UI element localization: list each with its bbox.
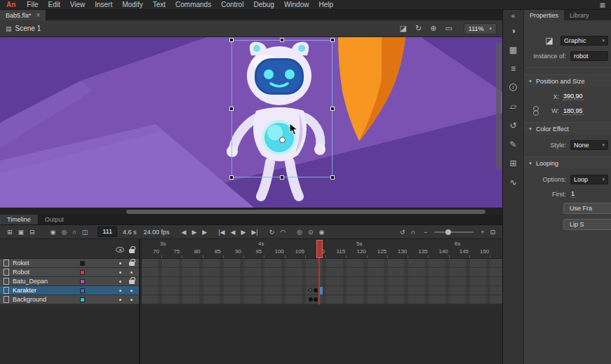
selection-handle[interactable] — [229, 38, 234, 42]
layer-visibility-dot[interactable] — [119, 262, 121, 264]
clip-content-outside-stage-icon[interactable]: ◪ — [400, 24, 407, 33]
first-frame-value[interactable]: 1 — [570, 190, 575, 198]
zoom-select[interactable]: 111% ▾ — [464, 23, 497, 34]
menu-window[interactable]: Window — [279, 0, 314, 10]
stage-horizontal-scrollbar[interactable] — [0, 208, 502, 215]
menu-debug[interactable]: Debug — [248, 0, 278, 10]
zoom-slider-knob[interactable] — [445, 229, 451, 235]
menu-help[interactable]: Help — [314, 0, 338, 10]
camera-icon[interactable]: ◉ — [48, 225, 59, 239]
scrollbar-thumb[interactable] — [126, 210, 485, 214]
loop-button[interactable]: ↻ — [267, 225, 278, 239]
menu-view[interactable]: View — [65, 0, 90, 10]
selection-bounds[interactable] — [231, 40, 333, 177]
layer-background[interactable]: Background — [0, 295, 139, 304]
keyframe-marker[interactable] — [309, 297, 313, 302]
layer-visibility-dot[interactable] — [119, 299, 121, 301]
layer-karakter[interactable]: Karakter — [0, 286, 139, 295]
new-folder-icon[interactable]: ▣ — [15, 225, 27, 239]
color-icon[interactable]: ◑ — [506, 21, 521, 40]
zoom-slider[interactable] — [434, 231, 474, 233]
symbol-type-select[interactable]: Graphic ▾ — [560, 36, 608, 46]
selection-handle[interactable] — [330, 175, 335, 180]
playhead-marker[interactable] — [316, 240, 323, 258]
onion-outline-icon[interactable]: ○ — [69, 225, 79, 239]
step-forward-button[interactable]: ▶ — [199, 225, 210, 239]
menu-commands[interactable]: Commands — [170, 0, 216, 10]
layer-outline-color[interactable] — [80, 288, 85, 293]
step-back-button[interactable]: ◀ — [179, 225, 189, 239]
layer-roket[interactable]: Roket — [0, 259, 139, 268]
go-to-last-frame-button[interactable]: ▶| — [248, 225, 260, 239]
transform-icon[interactable]: ▱ — [506, 97, 521, 116]
anchor-onion-button[interactable]: ◉ — [316, 225, 327, 239]
stage-canvas[interactable] — [0, 37, 502, 208]
layer-outline-color[interactable] — [80, 279, 85, 284]
document-tab[interactable]: Bab5.fla* × — [0, 10, 46, 20]
screen-mode-icon[interactable]: ▭ — [445, 24, 452, 33]
show-hide-all-layers-icon[interactable] — [116, 247, 124, 252]
current-frame-readout[interactable]: 111 — [98, 227, 117, 237]
frames-roket[interactable] — [142, 259, 502, 268]
width-value[interactable]: 180,95 — [563, 107, 584, 115]
elapsed-time-readout[interactable]: 4.6 s — [119, 229, 140, 236]
layer-batu_depan[interactable]: Batu_Depan — [0, 277, 139, 286]
keyframe-marker[interactable] — [314, 297, 318, 302]
rotation-icon[interactable]: ↻ — [415, 24, 422, 33]
layer-lock-icon[interactable] — [129, 280, 135, 284]
center-frame-button[interactable]: ↺ — [397, 225, 408, 239]
info-icon[interactable]: i — [506, 78, 521, 97]
delete-layer-icon[interactable]: ⊟ — [27, 225, 38, 239]
align-icon[interactable]: ≡ — [506, 59, 521, 78]
motion-presets-icon[interactable]: ∿ — [506, 173, 521, 191]
zoom-in-button[interactable]: + — [478, 225, 487, 239]
tab-timeline[interactable]: Timeline — [0, 215, 38, 224]
layer-outline-color[interactable] — [80, 297, 85, 302]
selection-handle[interactable] — [229, 175, 234, 180]
layer-lock-icon[interactable] — [129, 262, 135, 266]
frame-rate-readout[interactable]: 24.00 fps — [140, 229, 173, 236]
selection-handle[interactable] — [280, 38, 284, 42]
loop-range-button[interactable]: ◠ — [277, 225, 288, 239]
reset-zoom-button[interactable]: ⊡ — [487, 225, 498, 239]
new-layer-icon[interactable]: ⊞ — [4, 225, 15, 239]
section-looping[interactable]: ▼ Looping — [524, 156, 611, 169]
style-select[interactable]: None ▾ — [570, 140, 608, 150]
keyframe-marker[interactable] — [309, 288, 312, 292]
menu-edit[interactable]: Edit — [43, 0, 65, 10]
frames-karakter[interactable] — [142, 286, 502, 295]
layer-robot[interactable]: Robot — [0, 268, 139, 277]
next-keyframe-button[interactable]: ▶ — [238, 225, 248, 239]
tab-properties[interactable]: Properties — [524, 10, 564, 20]
frames-background[interactable] — [142, 295, 502, 304]
frames-empty-area[interactable] — [142, 304, 502, 364]
transformation-point[interactable] — [279, 137, 286, 143]
previous-keyframe-button[interactable]: ◀ — [228, 225, 239, 239]
stage-vertical-scrollbar[interactable] — [496, 43, 501, 169]
x-value[interactable]: 390,90 — [563, 93, 584, 100]
menu-text[interactable]: Text — [148, 0, 170, 10]
section-position-and-size[interactable]: ▼ Position and Size — [524, 74, 611, 87]
layer-lock-dot[interactable] — [130, 271, 133, 274]
selection-handle[interactable] — [280, 175, 284, 180]
components-icon[interactable]: ⊞ — [506, 154, 521, 173]
go-to-first-frame-button[interactable]: |◀ — [215, 225, 227, 239]
edit-multiple-frames-icon[interactable]: ◫ — [79, 225, 91, 239]
instance-name-field[interactable]: robot — [570, 51, 608, 61]
brush-icon[interactable]: ✎ — [506, 135, 521, 154]
selection-handle[interactable] — [330, 107, 335, 111]
frames-robot[interactable] — [142, 268, 502, 277]
workspace-icon[interactable]: ▦ — [593, 1, 611, 8]
timeline-ruler[interactable]: 3s4s5s6s 7075808590951001051101151201251… — [142, 239, 502, 259]
layer-lock-dot[interactable] — [130, 290, 133, 292]
menu-file[interactable]: File — [22, 0, 43, 10]
play-button[interactable]: ▶ — [189, 225, 199, 239]
frames-batu_depan[interactable] — [142, 277, 502, 286]
menu-control[interactable]: Control — [216, 0, 248, 10]
swatches-icon[interactable]: ▦ — [506, 40, 521, 59]
layer-visibility-dot[interactable] — [119, 281, 121, 283]
link-width-height-icon[interactable] — [532, 106, 539, 116]
onion-skin-icon[interactable]: ◎ — [58, 225, 69, 239]
layer-visibility-dot[interactable] — [119, 290, 121, 292]
snap-magnet-icon[interactable]: ∩ — [408, 225, 417, 239]
